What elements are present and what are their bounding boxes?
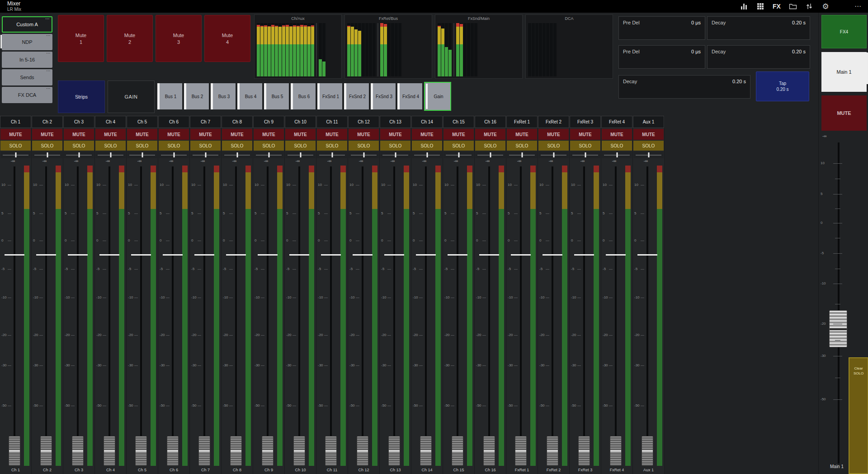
channel-pan-slider[interactable] [127,152,157,158]
channel-mute-button[interactable]: MUTE [0,129,31,140]
folder-icon[interactable] [788,1,797,11]
fader-knob[interactable] [578,436,590,466]
channel-mute-button[interactable]: MUTE [127,129,157,140]
channel-solo-button[interactable]: SOLO [159,141,189,151]
channel-fader[interactable]: 1050-5-10-20-30-50 [601,166,632,466]
channel-solo-button[interactable]: SOLO [633,141,664,151]
fx-param-decay-a[interactable]: Decay 0.20 s [707,16,810,40]
mute-group-button-3[interactable]: Mute3 [156,15,202,62]
fader-knob[interactable] [230,436,242,466]
channel-solo-button[interactable]: SOLO [538,141,569,151]
fader-knob[interactable] [325,436,337,466]
channel-mute-button[interactable]: MUTE [254,129,284,140]
channel-name-button[interactable]: Ch 11 [316,116,348,128]
fader-knob[interactable] [9,436,20,466]
channel-fader[interactable]: 1050-5-10-20-30-50 [411,166,443,466]
fader-knob[interactable] [420,436,432,466]
fx-param-predel-b[interactable]: Pre Del 0 μs [618,45,705,69]
channel-pan-slider[interactable] [538,152,569,158]
channel-solo-button[interactable]: SOLO [64,141,94,151]
channel-solo-button[interactable]: SOLO [412,141,442,151]
channel-name-button[interactable]: Ch 2 [32,116,63,128]
bus-select-button-bus-5[interactable]: Bus 5 [264,83,289,109]
channel-fader[interactable]: 1050-5-10-20-30-50 [285,166,316,466]
main-select-button[interactable]: Main 1 [821,52,867,92]
channel-fader[interactable]: 1050-5-10-20-30-50 [348,166,379,466]
channel-fader[interactable]: 1050-5-10-20-30-50 [63,166,94,466]
channel-pan-slider[interactable] [254,152,284,158]
fader-knob[interactable] [357,436,368,466]
fader-knob[interactable] [515,436,527,466]
mute-group-button-1[interactable]: Mute1 [58,15,104,62]
sidebar-item-fx-dca[interactable]: FX DCA⋯ [2,87,52,103]
routing-icon[interactable] [805,1,814,11]
channel-solo-button[interactable]: SOLO [127,141,157,151]
gain-tab-button[interactable]: GAIN [108,81,155,113]
channel-fader[interactable]: 1050-5-10-20-30-50 [95,166,126,466]
channel-solo-button[interactable]: SOLO [254,141,284,151]
channel-pan-slider[interactable] [570,152,600,158]
channel-mute-button[interactable]: MUTE [317,129,347,140]
channel-fader[interactable]: 1050-5-10-20-30-50 [380,166,411,466]
channel-solo-button[interactable]: SOLO [317,141,347,151]
channel-fader[interactable]: 1050-5-10-20-30-50 [32,166,63,466]
sidebar-item-ndp[interactable]: NDP⋯ [2,34,52,50]
bus-select-button-fxsnd-1[interactable]: FxSnd 1 [317,83,342,109]
fader-knob[interactable] [262,436,274,466]
channel-mute-button[interactable]: MUTE [570,129,600,140]
channel-mute-button[interactable]: MUTE [222,129,252,140]
channel-pan-slider[interactable] [633,152,664,158]
channel-pan-slider[interactable] [443,152,474,158]
tap-tempo-button[interactable]: Tap 0.20 s [756,71,809,101]
channel-fader[interactable]: 1050-5-10-20-30-50 [443,166,474,466]
channel-solo-button[interactable]: SOLO [475,141,505,151]
channel-fader[interactable]: 1050-5-10-20-30-50 [633,166,664,466]
fader-knob[interactable] [198,436,210,466]
channel-fader[interactable]: 1050-5-10-20-30-50 [316,166,348,466]
channel-pan-slider[interactable] [159,152,189,158]
channel-name-button[interactable]: Ch 13 [380,116,411,128]
channel-name-button[interactable]: Ch 10 [285,116,316,128]
fx-param-decay-main[interactable]: Decay 0.20 s [618,75,750,99]
channel-mute-button[interactable]: MUTE [64,129,94,140]
channel-fader[interactable]: 1050-5-10-20-30-50 [222,166,253,466]
bus-select-button-fxsnd-4[interactable]: FxSnd 4 [397,83,422,109]
channel-pan-slider[interactable] [475,152,505,158]
fader-knob[interactable] [547,436,558,466]
fx-icon[interactable]: FX [772,1,781,11]
channel-solo-button[interactable]: SOLO [285,141,316,151]
clear-solo-button[interactable]: Clear SOLO [849,357,868,474]
channel-mute-button[interactable]: MUTE [443,129,474,140]
channel-mute-button[interactable]: MUTE [507,129,537,140]
channel-fader[interactable]: 1050-5-10-20-30-50 [475,166,506,466]
channel-name-button[interactable]: Ch 7 [190,116,221,128]
channel-pan-slider[interactable] [349,152,379,158]
sidebar-item-in-5-16[interactable]: In 5-16⋯ [2,52,52,68]
channel-solo-button[interactable]: SOLO [570,141,600,151]
gain-mode-button[interactable]: Gain [424,82,451,111]
channel-mute-button[interactable]: MUTE [95,129,126,140]
channel-fader[interactable]: 1050-5-10-20-30-50 [538,166,569,466]
channel-pan-slider[interactable] [412,152,442,158]
channel-solo-button[interactable]: SOLO [507,141,537,151]
mute-group-button-2[interactable]: Mute2 [107,15,153,62]
channel-name-button[interactable]: Aux 1 [633,116,664,128]
sidebar-item-sends[interactable]: Sends⋯ [2,69,52,85]
bus-select-button-fxsnd-2[interactable]: FxSnd 2 [344,83,369,109]
channel-pan-slider[interactable] [222,152,252,158]
channel-name-button[interactable]: Ch 16 [475,116,506,128]
channel-solo-button[interactable]: SOLO [190,141,221,151]
channel-name-button[interactable]: FxRet 2 [538,116,569,128]
channel-name-button[interactable]: Ch 1 [0,116,31,128]
channel-pan-slider[interactable] [380,152,410,158]
channel-fader[interactable]: 1050-5-10-20-30-50 [0,166,31,466]
channel-solo-button[interactable]: SOLO [443,141,474,151]
channel-solo-button[interactable]: SOLO [380,141,410,151]
fader-knob[interactable] [40,436,52,466]
channel-fader[interactable]: 1050-5-10-20-30-50 [158,166,189,466]
fx-param-predel-a[interactable]: Pre Del 0 μs [618,16,705,40]
fader-knob[interactable] [452,436,463,466]
channel-name-button[interactable]: Ch 8 [222,116,253,128]
channel-name-button[interactable]: Ch 12 [348,116,379,128]
channel-pan-slider[interactable] [0,152,31,158]
